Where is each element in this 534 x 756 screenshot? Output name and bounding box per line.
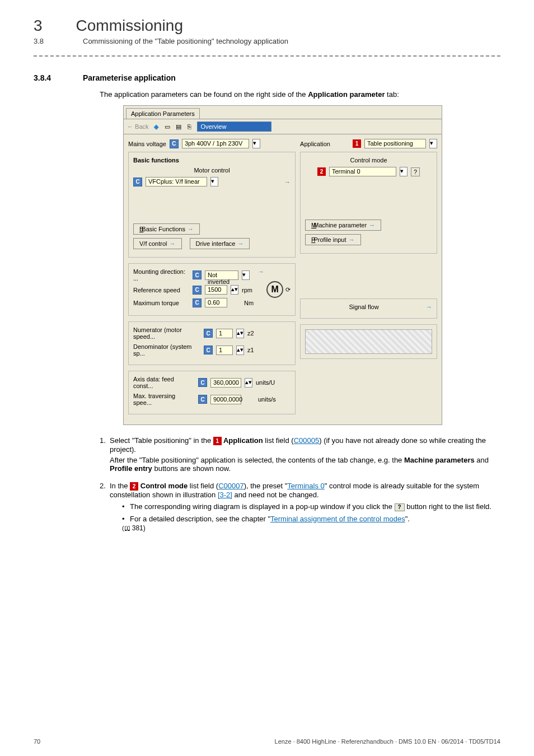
motor-control-dropdown-icon[interactable]: ▾ bbox=[210, 177, 218, 186]
text-bold: Machine parameters bbox=[404, 456, 475, 464]
chapter-number: 3 bbox=[34, 17, 43, 35]
drive-interface-button[interactable]: Drive interface→ bbox=[190, 238, 250, 249]
left-column: Mains voltage C 3ph 400V / 1ph 230V ▾ Ba… bbox=[128, 139, 296, 420]
control-mode-value[interactable]: Terminal 0 bbox=[329, 167, 396, 176]
maxtorque-unit: Nm bbox=[244, 300, 254, 306]
denominator-label: Denominator (system sp... bbox=[133, 343, 200, 357]
denominator-value[interactable]: 1 bbox=[216, 346, 233, 355]
footer-page: 70 bbox=[34, 738, 40, 745]
bullet-2: • For a detailed description, see the ch… bbox=[122, 515, 500, 523]
mounting-value[interactable]: Not inverted bbox=[205, 270, 238, 280]
motor-control-value[interactable]: VFCplus: V/f linear bbox=[146, 177, 207, 186]
dropdown-icon[interactable]: ▾ bbox=[429, 139, 437, 148]
text: button right to the list field. bbox=[405, 502, 491, 511]
help-button-inline: ? bbox=[395, 503, 405, 511]
machine-param-button[interactable]: MMachine parameter→ bbox=[305, 220, 381, 231]
profile-input-button[interactable]: PProfile input→ bbox=[305, 234, 360, 245]
c-button[interactable]: C bbox=[170, 139, 179, 148]
text: In the bbox=[110, 482, 130, 490]
c-button[interactable]: C bbox=[193, 298, 202, 307]
step-2: 2. In the 2 Control mode list field (C00… bbox=[100, 482, 500, 532]
maxtorque-value[interactable]: 0.60 bbox=[205, 298, 227, 307]
link-c00007[interactable]: C00007 bbox=[218, 482, 244, 490]
machine-param-label: Machine parameter bbox=[313, 222, 367, 228]
refspeed-label: Reference speed bbox=[133, 287, 189, 293]
intro-suffix: tab: bbox=[385, 90, 399, 99]
text: After the "Table positioning" applicatio… bbox=[110, 456, 404, 464]
help-button[interactable]: ? bbox=[411, 167, 420, 176]
feed-unit: units/U bbox=[256, 379, 275, 386]
c-button[interactable]: C bbox=[204, 329, 213, 338]
badge-2: 2 bbox=[317, 167, 326, 176]
step-1: 1. Select "Table positioning" in the 1 A… bbox=[100, 436, 500, 475]
nav-icon[interactable]: ▤ bbox=[175, 123, 182, 130]
basic-functions-button[interactable]: BBasic Functions→ bbox=[133, 223, 200, 235]
link-terminals0[interactable]: Terminals 0 bbox=[287, 482, 324, 490]
nav-icon[interactable]: ⎘ bbox=[186, 123, 194, 130]
nav-icon[interactable]: ◈ bbox=[152, 123, 160, 130]
diagram-group bbox=[300, 324, 437, 359]
drive-interface-label: Drive interface bbox=[196, 240, 236, 247]
section-title: Parameterise application bbox=[83, 73, 176, 82]
app-screenshot: Application Parameters ← Back ◈ ▭ ▤ ⎘ Ov… bbox=[123, 105, 442, 425]
feed-value[interactable]: 360,0000 bbox=[210, 378, 241, 388]
c-button[interactable]: C bbox=[198, 378, 207, 387]
link-terminal-assignment[interactable]: Terminal assignment of the control modes bbox=[270, 515, 405, 523]
right-column: Application 1 Table positioning ▾ Contro… bbox=[300, 139, 437, 420]
motor-rotation-icon: ⟳ bbox=[285, 286, 291, 293]
mains-value[interactable]: 3ph 400V / 1ph 230V bbox=[182, 139, 249, 148]
dropdown-icon[interactable]: ▾ bbox=[400, 167, 407, 176]
arrow-icon: → bbox=[170, 240, 176, 247]
spinner-icon[interactable]: ▴▾ bbox=[236, 329, 244, 338]
gear-group: Numerator (motor speed... C 1 ▴▾ z2 Deno… bbox=[128, 321, 296, 365]
application-value[interactable]: Table positioning bbox=[364, 139, 426, 148]
c-button[interactable]: C bbox=[204, 346, 213, 354]
text-bold: Profile entry bbox=[110, 464, 152, 473]
dropdown-icon[interactable]: ▾ bbox=[242, 270, 250, 280]
nav-icon[interactable]: ▭ bbox=[163, 123, 171, 130]
traverse-label: Max. traversing spee... bbox=[133, 393, 195, 406]
step-number: 2. bbox=[100, 482, 110, 532]
text: list field ( bbox=[188, 482, 218, 490]
link-c00005[interactable]: C00005 bbox=[294, 436, 320, 445]
arrow-icon: → bbox=[369, 222, 375, 228]
section-number: 3.8.4 bbox=[34, 73, 83, 82]
motor-icon: M bbox=[266, 281, 283, 298]
c-button[interactable]: C bbox=[193, 270, 202, 279]
control-mode-group: Control mode 2 Terminal 0 ▾ ? MMachine p… bbox=[300, 152, 437, 254]
tab-app-params[interactable]: Application Parameters bbox=[126, 108, 200, 119]
link-illustration[interactable]: [3-2] bbox=[218, 491, 232, 499]
vf-control-button[interactable]: V/f control→ bbox=[133, 238, 182, 249]
bullet-1: • The corresponding wiring diagram is di… bbox=[122, 502, 500, 511]
arrow-icon: → bbox=[237, 240, 243, 247]
divider bbox=[34, 55, 500, 57]
c-button[interactable]: C bbox=[198, 395, 207, 404]
toolbar: ← Back ◈ ▭ ▤ ⎘ Overview bbox=[124, 119, 442, 134]
footer-meta: Lenze · 8400 HighLine · Referenzhandbuch… bbox=[275, 738, 500, 745]
mains-label: Mains voltage bbox=[128, 141, 166, 147]
badge-1: 1 bbox=[353, 139, 361, 148]
spinner-icon[interactable]: ▴▾ bbox=[231, 285, 238, 295]
mains-dropdown-icon[interactable]: ▾ bbox=[252, 139, 260, 148]
refspeed-value[interactable]: 1500 bbox=[205, 285, 227, 295]
numerator-value[interactable]: 1 bbox=[216, 329, 233, 338]
mounting-label: Mounting direction: ... bbox=[133, 268, 189, 282]
badge-2: 2 bbox=[130, 482, 138, 491]
page-reference: (🕮 381) bbox=[122, 524, 500, 532]
arrow-icon[interactable]: → bbox=[426, 304, 432, 310]
text-bold: Application bbox=[222, 436, 263, 445]
traverse-unit: units/s bbox=[258, 396, 276, 403]
spinner-icon[interactable]: ▴▾ bbox=[236, 346, 244, 355]
badge-1: 1 bbox=[213, 437, 222, 445]
basic-functions-title: Basic functions bbox=[133, 157, 291, 164]
page-number: 381 bbox=[132, 524, 143, 532]
text: ) bbox=[143, 524, 146, 532]
text: and bbox=[475, 456, 489, 464]
c-button[interactable]: C bbox=[133, 178, 142, 186]
step-number: 1. bbox=[100, 436, 110, 475]
overview-dropdown[interactable]: Overview bbox=[197, 122, 272, 132]
spinner-icon[interactable]: ▴▾ bbox=[245, 378, 252, 388]
back-button[interactable]: ← Back bbox=[127, 123, 149, 130]
c-button[interactable]: C bbox=[193, 286, 202, 295]
traverse-value[interactable]: 9000,0000 bbox=[210, 395, 241, 404]
